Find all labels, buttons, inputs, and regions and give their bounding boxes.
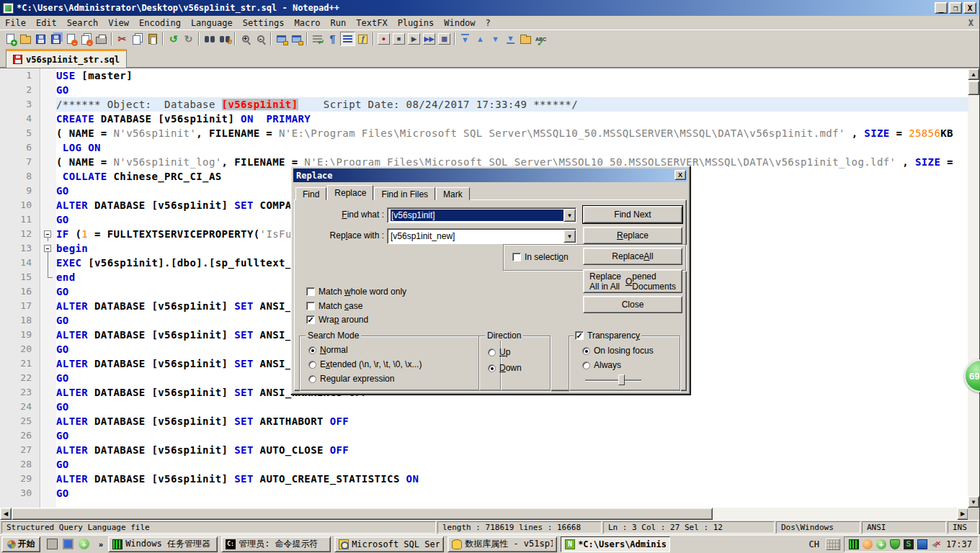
transparency-checkbox[interactable]: ✓ Transparency — [574, 331, 641, 341]
paste-icon[interactable] — [145, 32, 160, 46]
menu-item-search[interactable]: Search — [62, 17, 103, 30]
menu-item-macro[interactable]: Macro — [289, 17, 325, 30]
quicklaunch-show-desktop-icon[interactable] — [63, 539, 74, 549]
dialog-tab-replace[interactable]: Replace — [327, 185, 373, 200]
scroll-left-button[interactable]: ◀ — [0, 508, 12, 520]
fold-marker[interactable] — [40, 241, 56, 256]
macro-stop-icon[interactable]: ■ — [391, 32, 406, 46]
replace-dialog-close-icon[interactable]: X — [674, 170, 686, 180]
taskbar-button[interactable]: 数据库属性 - v51sp1a82 — [447, 536, 557, 552]
quicklaunch-360-icon[interactable]: + — [79, 539, 89, 549]
menu-item-edit[interactable]: Edit — [31, 17, 62, 30]
find-icon[interactable] — [202, 32, 217, 46]
textfx-last-icon[interactable]: ▼ — [503, 32, 518, 46]
close-button[interactable]: X — [963, 2, 976, 14]
replace-icon[interactable]: b — [217, 32, 232, 46]
horizontal-scrollbar[interactable]: ◀ ▶ — [0, 508, 968, 520]
vertical-scroll-thumb[interactable] — [968, 81, 979, 95]
tray-antivirus-icon[interactable]: S — [904, 539, 914, 549]
quick-launch-overflow-chevron[interactable]: » — [96, 540, 106, 549]
search-mode-normal-radio[interactable]: Normal — [308, 345, 348, 355]
zoom-out-icon[interactable]: - — [253, 32, 268, 46]
menubar-close-document-button[interactable]: X — [968, 18, 974, 28]
menu-item-encoding[interactable]: Encoding — [134, 17, 186, 30]
editor-line[interactable]: 1USE [master] — [0, 68, 968, 83]
macro-play-icon[interactable]: ▶ — [406, 32, 422, 46]
wrap-around-checkbox[interactable]: ✓ Wrap around — [306, 315, 368, 325]
replace-all-open-docs-button[interactable]: Replace All in All Opened Documents — [583, 269, 682, 293]
search-mode-extended-radio[interactable]: Extended (\n, \r, \t, \0, \x...) — [308, 359, 422, 369]
restore-button[interactable]: ❐ — [949, 2, 962, 14]
vertical-scrollbar[interactable]: ▲ ▼ — [968, 68, 979, 508]
language-indicator[interactable]: CH — [806, 539, 821, 549]
menu-item-language[interactable]: Language — [186, 17, 238, 30]
tray-key-user-icon[interactable] — [863, 539, 873, 549]
scroll-down-button[interactable]: ▼ — [968, 496, 979, 508]
minimize-button[interactable]: _ — [935, 2, 948, 14]
taskbar-button[interactable]: Microsoft SQL Serve... — [334, 536, 444, 552]
direction-up-radio[interactable]: Up — [488, 347, 510, 357]
dialog-tab-find-in-files[interactable]: Find in Files — [374, 187, 435, 200]
editor-line[interactable]: 24GO — [0, 400, 968, 414]
horizontal-scroll-thumb[interactable] — [12, 508, 713, 520]
editor-line[interactable]: 27ALTER DATABASE [v56sp1init] SET AUTO_C… — [0, 443, 968, 457]
taskbar-button[interactable]: Windows 任务管理器 — [108, 536, 218, 552]
editor-line[interactable]: 3/****** Object: Database [v56sp1init] S… — [0, 97, 968, 112]
dialog-tab-find[interactable]: Find — [295, 187, 326, 200]
transparency-on-losing-focus-radio[interactable]: On losing focus — [582, 346, 654, 356]
cut-icon[interactable]: ✂ — [115, 32, 130, 46]
print-icon[interactable] — [94, 32, 109, 46]
editor-line[interactable]: 26GO — [0, 428, 968, 443]
menu-item-view[interactable]: View — [103, 17, 134, 30]
quicklaunch-computer-icon[interactable] — [47, 539, 58, 549]
textfx-up-icon[interactable]: ▲ — [473, 32, 488, 46]
dialog-tab-mark[interactable]: Mark — [436, 187, 470, 200]
fold-marker[interactable] — [40, 227, 56, 241]
menu-item-textfx[interactable]: TextFX — [351, 17, 392, 30]
find-what-dropdown-icon[interactable]: ▼ — [564, 209, 576, 222]
editor-line[interactable]: 30GO — [0, 486, 968, 500]
transparency-always-radio[interactable]: Always — [582, 360, 621, 370]
replace-all-button[interactable]: Replace All — [583, 248, 682, 265]
tray-cpu-meter-icon[interactable] — [849, 539, 859, 549]
match-whole-word-checkbox-box[interactable] — [306, 287, 315, 296]
editor-line[interactable]: 29ALTER DATABASE [v56sp1init] SET AUTO_C… — [0, 472, 968, 486]
transparency-slider-thumb[interactable] — [618, 374, 625, 385]
scroll-up-button[interactable]: ▲ — [968, 68, 979, 80]
menu-item-file[interactable]: File — [0, 17, 31, 30]
menu-item-?[interactable]: ? — [481, 17, 496, 30]
search-mode-regex-radio[interactable]: Regular expression — [308, 374, 394, 384]
macro-run-multiple-icon[interactable]: ▶▶ — [422, 32, 437, 46]
scroll-right-button[interactable]: ▶ — [957, 508, 968, 520]
replace-with-dropdown-icon[interactable]: ▼ — [564, 230, 576, 243]
editor-line[interactable]: 6 LOG ON — [0, 140, 968, 155]
textfx-down-icon[interactable]: ▼ — [488, 32, 503, 46]
word-wrap-icon[interactable] — [310, 32, 325, 46]
taskbar-button[interactable]: N*C:\Users\Administr... — [561, 536, 670, 552]
in-selection-checkbox[interactable]: In selection — [512, 252, 569, 262]
spell-check-icon[interactable]: ABC — [533, 32, 548, 46]
menu-item-run[interactable]: Run — [326, 17, 352, 30]
match-whole-word-checkbox[interactable]: Match whole word only — [306, 287, 406, 297]
close-all-icon[interactable]: - — [79, 32, 94, 46]
sync-vertical-scroll-icon[interactable] — [274, 32, 289, 46]
tray-360-safe-icon[interactable]: + — [876, 539, 886, 549]
indent-guide-icon[interactable] — [340, 32, 355, 46]
match-case-checkbox[interactable]: Match case — [306, 301, 362, 311]
editor-line[interactable]: 2GO — [0, 83, 968, 97]
open-file-icon[interactable] — [18, 32, 33, 46]
undo-icon[interactable]: ↺ — [166, 32, 181, 46]
function-completion-icon[interactable]: ƒ — [355, 32, 370, 46]
menu-item-settings[interactable]: Settings — [238, 17, 290, 30]
editor-line[interactable]: 28GO — [0, 457, 968, 472]
macro-save-icon[interactable]: ▦ — [437, 32, 452, 46]
transparency-slider[interactable] — [585, 379, 641, 381]
tray-volume-muted-icon[interactable] — [931, 539, 941, 549]
tray-network-icon[interactable] — [917, 539, 927, 549]
new-file-icon[interactable]: + — [3, 32, 18, 46]
redo-icon[interactable]: ↻ — [181, 32, 196, 46]
show-all-characters-icon[interactable]: ¶ — [325, 32, 340, 46]
save-icon[interactable] — [33, 32, 48, 46]
direction-down-radio[interactable]: Down — [488, 363, 522, 373]
wrap-around-checkbox-box[interactable]: ✓ — [306, 315, 315, 324]
